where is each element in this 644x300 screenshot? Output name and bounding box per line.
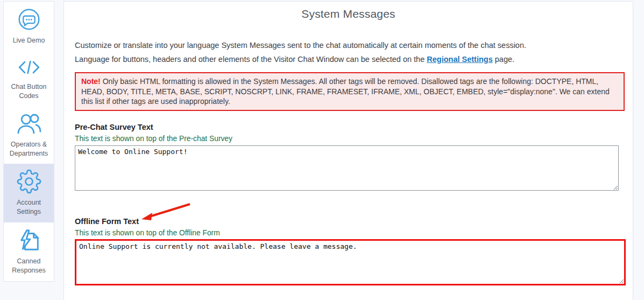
intro-line-2: Language for buttons, headers and other … xyxy=(75,55,625,64)
intro-line-2-suffix: page. xyxy=(493,55,514,64)
sidebar-item-chat-button-codes[interactable]: Chat Button Codes xyxy=(4,51,54,107)
pre-chat-survey-textarea[interactable]: Welcome to Online Support! xyxy=(75,145,619,191)
regional-settings-link[interactable]: Regional Settings xyxy=(427,55,492,64)
intro-line-2-prefix: Language for buttons, headers and other … xyxy=(75,55,427,64)
sidebar-item-label: Operators & Departments xyxy=(5,140,52,158)
code-icon xyxy=(5,57,52,80)
sidebar: Live Demo Chat Button Codes Operators & … xyxy=(3,1,54,282)
sidebar-item-label: Live Demo xyxy=(5,36,52,45)
red-annotation-arrow-icon xyxy=(136,200,193,222)
chat-bubble-icon xyxy=(5,7,52,34)
sidebar-item-canned-responses[interactable]: Canned Responses xyxy=(4,222,54,281)
sidebar-item-label: Chat Button Codes xyxy=(5,82,52,101)
note-text: Only basic HTML formatting is allowed in… xyxy=(81,77,610,106)
offline-form-text-hint: This text is shown on top of the Offline… xyxy=(75,229,220,237)
note-box: Note! Only basic HTML formatting is allo… xyxy=(75,72,625,111)
pre-chat-survey-text-hint: This text is shown on top of the Pre-cha… xyxy=(75,135,232,143)
sidebar-item-live-demo[interactable]: Live Demo xyxy=(4,2,54,51)
intro-line-1: Customize or translate into your languag… xyxy=(75,41,625,50)
gear-icon xyxy=(5,169,52,196)
main-panel: System Messages Customize or translate i… xyxy=(63,1,633,300)
bolt-page-icon xyxy=(5,228,52,255)
sidebar-item-label: Account Settings xyxy=(5,198,52,217)
note-label: Note! xyxy=(81,77,101,86)
sidebar-item-label: Canned Responses xyxy=(5,257,52,275)
pre-chat-survey-text-label: Pre-Chat Survey Text xyxy=(75,123,153,131)
sidebar-item-account-settings[interactable]: Account Settings xyxy=(4,164,54,222)
sidebar-item-operators-departments[interactable]: Operators & Departments xyxy=(4,107,54,164)
offline-form-textarea[interactable]: Online Support is currently not availabl… xyxy=(75,239,626,285)
page-title: System Messages xyxy=(64,8,633,20)
users-icon xyxy=(5,112,52,138)
offline-form-text-label: Offline Form Text xyxy=(75,217,139,226)
